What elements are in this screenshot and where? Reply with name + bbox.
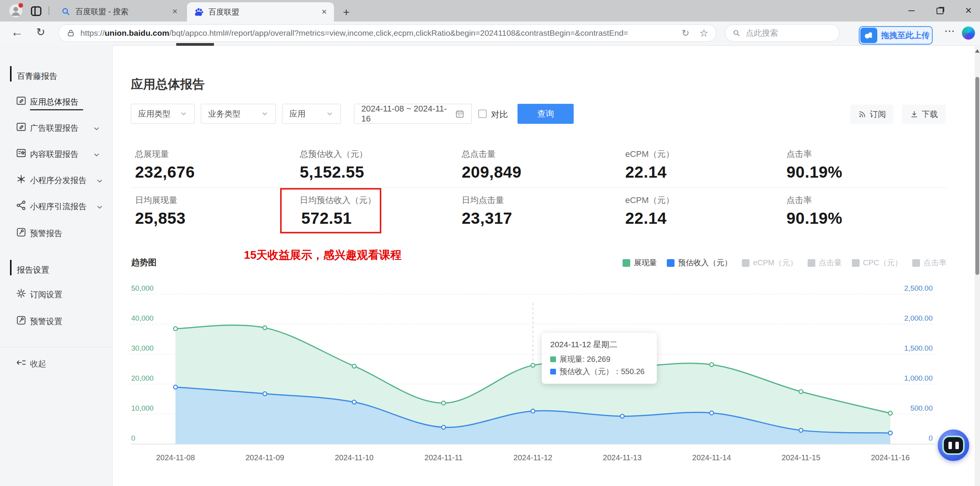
legend-swatch: [623, 259, 630, 267]
sidebar-label-alert-settings[interactable]: 预警设置: [30, 316, 62, 327]
restore-button[interactable]: [931, 3, 949, 18]
tab-title: 百度联盟: [209, 7, 239, 17]
subscribe-button[interactable]: 订阅: [850, 105, 893, 124]
tab-loading-bar: [176, 43, 214, 46]
sidebar-label-mini-distribute[interactable]: 小程序分发报告: [30, 175, 87, 186]
sidebar-item-app-overall[interactable]: [15, 95, 27, 108]
sidebar-item-content-union[interactable]: [15, 147, 27, 160]
tab-close-icon[interactable]: ✕: [321, 8, 327, 16]
chart-legend: 展现量 预估收入（元） eCPM（元） 点击量 CPC（元） 点击率: [623, 258, 947, 268]
chevron-down-icon: [180, 110, 187, 118]
tab-search[interactable]: 百度联盟 - 搜索 ✕: [55, 2, 184, 21]
date-range-picker[interactable]: 2024-11-08 ~ 2024-11-16: [354, 104, 472, 124]
new-tab-button[interactable]: ＋: [341, 5, 352, 19]
favorite-star-icon[interactable]: ☆: [700, 27, 708, 39]
sidebar-label-subscribe-settings[interactable]: 订阅设置: [30, 289, 62, 300]
sidebar-collapse-label[interactable]: 收起: [30, 358, 46, 369]
query-button[interactable]: 查询: [518, 104, 574, 124]
stat-value: 5,152.55: [300, 163, 364, 181]
stat-value: 23,317: [462, 209, 512, 228]
section-marker: [10, 260, 12, 275]
legend-item-income[interactable]: 预估收入（元）: [667, 258, 732, 268]
sidebar-label-content-union[interactable]: 内容联盟报告: [30, 149, 78, 160]
chevron-down-icon[interactable]: [95, 177, 104, 185]
legend-swatch: [667, 259, 674, 267]
url-text: https://union.baidu.com/bqt/appco.html#/…: [80, 28, 628, 38]
rss-icon: [858, 110, 866, 118]
sidebar-item-alert-report[interactable]: [15, 226, 27, 240]
close-window-button[interactable]: ✕: [960, 3, 977, 18]
reload-button[interactable]: ↻: [36, 26, 45, 38]
app-type-select[interactable]: 应用类型: [131, 104, 195, 124]
pause-robot-icon: [944, 437, 963, 453]
sidebar-label-alert-report[interactable]: 预警报告: [30, 228, 62, 239]
page-scrollbar-thumb[interactable]: [975, 77, 979, 275]
upload-hint-label: 拖拽至此上传: [881, 30, 930, 41]
chevron-down-icon[interactable]: [92, 151, 101, 159]
sidebar-item-ad-union[interactable]: [15, 121, 27, 134]
legend-item-ecpm[interactable]: eCPM（元）: [742, 258, 798, 268]
tooltip-swatch-blue: [550, 369, 556, 374]
stat-label: 日均展现量: [135, 195, 177, 206]
copilot-icon[interactable]: [962, 27, 975, 40]
browser-menu-dots[interactable]: ⋯: [944, 25, 955, 37]
download-button[interactable]: 下载: [902, 105, 946, 124]
url-bar[interactable]: https://union.baidu.com/bqt/appco.html#/…: [58, 24, 716, 42]
lock-icon[interactable]: [67, 28, 75, 38]
svg-text:10,000: 10,000: [131, 404, 154, 412]
sidebar-item-mini-distribute[interactable]: [15, 173, 27, 186]
subscribe-label: 订阅: [870, 109, 886, 120]
svg-text:2024-11-16: 2024-11-16: [871, 453, 910, 462]
collapse-left-icon: [15, 357, 27, 368]
sidebar-item-subscribe-settings[interactable]: [15, 288, 27, 301]
sidebar-divider: [0, 347, 112, 347]
stat-label: 总展现量: [135, 148, 169, 160]
workspaces-icon[interactable]: [31, 6, 42, 16]
sidebar-collapse-button[interactable]: [15, 357, 27, 370]
stats-divider: [131, 187, 947, 188]
tab-union-active[interactable]: 百度联盟 ✕: [187, 2, 334, 22]
compare-checkbox[interactable]: [478, 110, 487, 118]
screen: | 百度联盟 - 搜索 ✕ 百度联盟 ✕ ＋ ✕ ← ↻ https:/: [0, 0, 980, 486]
browser-tab-bar: | 百度联盟 - 搜索 ✕ 百度联盟 ✕ ＋ ✕: [0, 0, 980, 22]
chevron-down-icon[interactable]: [95, 203, 104, 211]
legend-item-cpc[interactable]: CPC（元）: [852, 258, 902, 268]
svg-text:2024-11-12: 2024-11-12: [514, 453, 553, 462]
tooltip-row-text: 展现量: 26,269: [559, 353, 610, 365]
sidebar-label-app-overall[interactable]: 应用总体报告: [30, 97, 78, 107]
content-report-icon: [15, 147, 27, 159]
sidebar-item-mini-traffic[interactable]: [15, 200, 27, 213]
business-type-select[interactable]: 业务类型: [201, 104, 276, 124]
back-button[interactable]: ←: [11, 25, 23, 39]
quick-search-box[interactable]: 点此搜索: [725, 24, 840, 42]
legend-item-click[interactable]: 点击量: [808, 258, 842, 268]
stat-value: 209,849: [462, 163, 521, 181]
app-select[interactable]: 应用: [282, 104, 341, 124]
search-tab-icon: [61, 7, 71, 17]
red-annotation-text: 15天收益展示，感兴趣观看课程: [244, 248, 401, 263]
profile-avatar[interactable]: [9, 4, 22, 17]
sidebar-section-settings: 报告设置: [17, 265, 49, 275]
chevron-down-icon[interactable]: [92, 125, 101, 133]
legend-item-clickratio[interactable]: 点击率: [912, 258, 947, 268]
scrollbar-up-arrow[interactable]: [975, 49, 980, 53]
sidebar-label-mini-traffic[interactable]: 小程序引流报告: [30, 201, 87, 212]
stat-value: 22.14: [625, 163, 667, 181]
legend-label: eCPM（元）: [753, 258, 798, 268]
sidebar-item-alert-settings[interactable]: [15, 315, 27, 328]
sidebar-label-ad-union[interactable]: 广告联盟报告: [30, 123, 78, 133]
calendar-icon: [455, 109, 464, 118]
minimize-button[interactable]: [903, 3, 920, 18]
stat-label: eCPM（元）: [625, 195, 674, 206]
stat-label: eCPM（元）: [625, 148, 674, 160]
svg-text:2024-11-14: 2024-11-14: [692, 453, 731, 462]
tab-close-icon[interactable]: ✕: [172, 7, 178, 16]
notification-dot: [18, 3, 23, 8]
app-select-label: 应用: [289, 108, 306, 119]
legend-item-view[interactable]: 展现量: [623, 258, 657, 268]
netdisk-upload-dropzone[interactable]: 拖拽至此上传: [859, 26, 933, 45]
svg-text:2,000.00: 2,000.00: [904, 314, 933, 322]
assistant-floating-ball[interactable]: [938, 429, 969, 461]
translate-reload-icon[interactable]: ↻: [682, 28, 690, 38]
search-icon: [732, 29, 741, 37]
